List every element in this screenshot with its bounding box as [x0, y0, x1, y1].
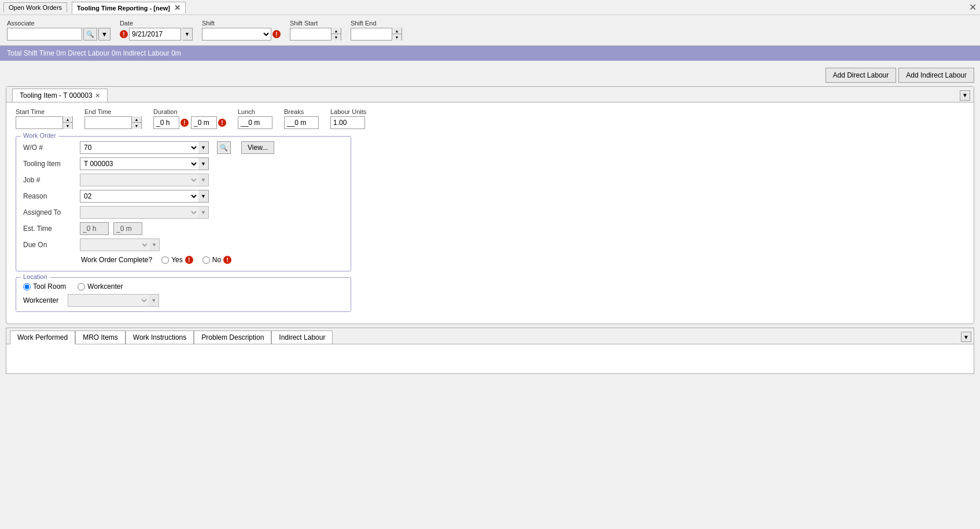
tooling-item-select-group: T 000003 ▼: [80, 157, 209, 170]
shift-end-down-btn[interactable]: ▼: [392, 34, 401, 41]
reason-select[interactable]: 02: [80, 190, 198, 203]
reason-dropdown-btn[interactable]: ▼: [198, 190, 209, 203]
shift-start-group: Shift Start ▲ ▼: [290, 20, 341, 41]
workcenter-select: [68, 294, 149, 307]
main-content: Add Direct Labour Add Indirect Labour To…: [0, 61, 980, 377]
wo-complete-row: Work Order Complete? Yes ! No: [81, 256, 344, 264]
wo-no-radio[interactable]: [202, 256, 210, 264]
tab-indirect-labour[interactable]: Indirect Labour: [271, 330, 333, 344]
main-tab-label: Tooling Item - T 000003: [20, 91, 93, 100]
add-indirect-labour-btn[interactable]: Add Indirect Labour: [898, 68, 974, 83]
date-alert-icon: !: [120, 30, 128, 38]
shift-select[interactable]: [202, 28, 271, 41]
tab-open-work-orders[interactable]: Open Work Orders: [3, 2, 67, 12]
workcenter-radio-group: Workcenter: [78, 282, 123, 291]
location-legend: Location: [21, 273, 50, 280]
end-time-field: End Time ▲ ▼: [84, 108, 142, 129]
window-close-icon[interactable]: ✕: [969, 2, 977, 13]
associate-group: Associate 🔍 ▼: [7, 20, 110, 41]
breaks-field: Breaks: [284, 108, 319, 129]
start-time-field: Start Time ▲ ▼: [16, 108, 73, 129]
shift-start-input[interactable]: [290, 28, 331, 40]
due-on-dropdown-btn: ▼: [149, 238, 160, 251]
tooling-item-label: Tooling Item: [23, 160, 75, 168]
tab-mro-items[interactable]: MRO Items: [75, 330, 126, 344]
start-time-input[interactable]: [16, 117, 62, 128]
lunch-label: Lunch: [238, 108, 272, 115]
workcenter-select-group: ▼: [68, 294, 159, 307]
est-time-label: Est. Time: [23, 225, 75, 233]
tooling-item-dropdown-btn[interactable]: ▼: [198, 157, 209, 170]
duration-minutes-alert-icon: !: [218, 119, 226, 127]
wo-no-alert-icon: !: [223, 256, 231, 264]
est-time-minutes-input: [113, 222, 142, 235]
tab-dropdown-btn[interactable]: ▼: [960, 90, 970, 101]
shift-start-down-btn[interactable]: ▼: [331, 34, 341, 41]
wo-yes-alert-icon: !: [185, 256, 193, 264]
shift-start-up-btn[interactable]: ▲: [331, 28, 341, 34]
associate-input[interactable]: [7, 28, 82, 41]
location-box: Location Tool Room Workcenter: [16, 277, 351, 312]
job-number-select: [80, 174, 198, 186]
shift-end-input[interactable]: [351, 28, 392, 40]
tool-room-radio[interactable]: [23, 283, 31, 291]
due-on-row: Due On ▼: [23, 238, 344, 251]
tab-work-performed[interactable]: Work Performed: [10, 330, 75, 344]
assigned-to-dropdown-btn: ▼: [198, 206, 209, 219]
tool-room-label: Tool Room: [33, 282, 66, 291]
labour-units-input[interactable]: [330, 116, 365, 129]
view-btn[interactable]: View...: [241, 141, 274, 154]
bottom-tab-header: Work Performed MRO Items Work Instructio…: [6, 328, 974, 344]
breaks-label: Breaks: [284, 108, 319, 115]
main-tab-close-icon[interactable]: ✕: [95, 92, 100, 100]
workcenter-field-label: Workcenter: [23, 296, 58, 304]
date-dropdown-btn[interactable]: ▼: [182, 28, 193, 41]
job-number-label: Job #: [23, 176, 75, 184]
wo-number-label: W/O #: [23, 144, 75, 152]
duration-label: Duration: [153, 108, 226, 115]
breaks-input[interactable]: [284, 116, 319, 129]
labour-units-field: Labour Units: [330, 108, 366, 129]
workcenter-radio[interactable]: [78, 283, 85, 291]
end-time-input[interactable]: [85, 117, 131, 128]
tooling-item-row: Tooling Item T 000003 ▼: [23, 157, 344, 170]
wo-number-row: W/O # 70 ▼ 🔍 View...: [23, 141, 344, 154]
associate-dropdown-btn[interactable]: ▼: [98, 28, 110, 41]
shift-end-group: Shift End ▲ ▼: [351, 20, 402, 41]
duration-hours-alert-icon: !: [180, 119, 189, 127]
tab-work-instructions[interactable]: Work Instructions: [126, 330, 194, 344]
main-tab-tooling-item[interactable]: Tooling Item - T 000003 ✕: [12, 89, 108, 102]
lunch-input[interactable]: [238, 116, 272, 129]
tooling-item-select[interactable]: T 000003: [80, 157, 198, 170]
duration-hours-input[interactable]: [153, 116, 179, 129]
wo-number-select[interactable]: 70: [80, 141, 198, 154]
shift-start-spin: ▲ ▼: [290, 28, 341, 41]
job-number-select-group: ▼: [80, 174, 209, 186]
est-time-row: Est. Time: [23, 222, 344, 235]
start-time-up-btn[interactable]: ▲: [63, 116, 72, 123]
bottom-tab-dropdown-btn[interactable]: ▼: [961, 332, 971, 342]
associate-binoculars-btn[interactable]: 🔍: [83, 28, 97, 41]
wo-number-dropdown-btn[interactable]: ▼: [198, 141, 209, 154]
end-time-down-btn[interactable]: ▼: [132, 123, 141, 129]
close-tab-icon[interactable]: ✕: [174, 3, 180, 12]
tab-problem-description[interactable]: Problem Description: [194, 330, 271, 344]
duration-field: Duration ! !: [153, 108, 226, 129]
shift-end-up-btn[interactable]: ▲: [392, 28, 401, 34]
start-time-down-btn[interactable]: ▼: [63, 123, 72, 129]
reason-select-group: 02 ▼: [80, 190, 209, 203]
job-number-row: Job # ▼: [23, 174, 344, 186]
wo-search-btn[interactable]: 🔍: [217, 141, 231, 154]
end-time-label: End Time: [84, 108, 142, 115]
associate-label: Associate: [7, 20, 110, 27]
add-direct-labour-btn[interactable]: Add Direct Labour: [826, 68, 897, 83]
wo-yes-radio[interactable]: [161, 256, 169, 264]
shift-start-spin-buttons: ▲ ▼: [331, 28, 341, 41]
date-input[interactable]: [129, 28, 181, 41]
tab-tooling-time-reporting[interactable]: Tooling Time Reporting - [new] ✕: [72, 2, 186, 13]
workcenter-label: Workcenter: [87, 282, 123, 291]
end-time-up-btn[interactable]: ▲: [132, 116, 141, 123]
shift-end-label: Shift End: [351, 20, 402, 27]
shift-end-spin-buttons: ▲ ▼: [392, 28, 401, 41]
duration-minutes-input[interactable]: [191, 116, 217, 129]
